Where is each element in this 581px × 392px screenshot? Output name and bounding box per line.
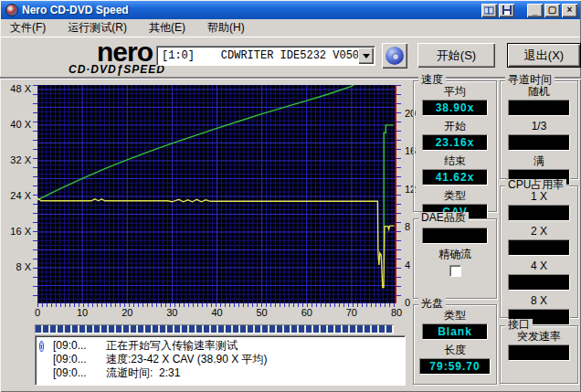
cpu-group-title: CPU占用率 (505, 179, 566, 191)
window-title: Nero CD-DVD Speed (22, 4, 480, 16)
disc-group-title: 光盘 (418, 298, 446, 310)
dae-group-title: DAE品质 (418, 212, 469, 224)
status-log: i [09:0... 正在开始写入传输速率测试 [09:0... 速度:23-4… (35, 335, 406, 386)
menu-run-test[interactable]: 运行测试(R) (66, 19, 129, 37)
log-message: 正在开始写入传输速率测试 (106, 339, 401, 353)
drive-selector[interactable]: [1:0] CDWRITER IDE5232 V050W (156, 46, 375, 66)
menu-file[interactable]: 文件(F) (8, 19, 48, 37)
nero-logo: nero CD·DVDƒSPEED (26, 38, 165, 75)
x-tick-label: 20 (116, 307, 138, 318)
end-speed-value: 41.62x (422, 169, 488, 185)
right-axis-ticks (396, 85, 401, 303)
x-tick-label: 60 (296, 307, 318, 318)
speed-group-title: 速度 (418, 74, 446, 86)
maximize-icon: ▢ (548, 5, 556, 15)
menu-extra[interactable]: 其他(E) (147, 19, 187, 37)
end-speed-label: 结束 (414, 154, 496, 168)
average-speed-value: 38.90x (422, 100, 488, 116)
log-line: [09:0... 流逝时间: 2:31 (39, 366, 401, 380)
log-line: i [09:0... 正在开始写入传输速率测试 (39, 339, 401, 353)
exit-button[interactable]: 退出(X) (507, 43, 581, 68)
x-tick-label: 30 (161, 307, 183, 318)
floppy-icon (502, 5, 512, 15)
disc-type-label: 类型 (414, 309, 496, 323)
burst-rate-label: 突发速率 (501, 330, 577, 344)
test-progress-bar (35, 324, 394, 334)
y-left-tick-label: 40 X (2, 119, 31, 130)
nero-logo-text: nero (26, 38, 165, 66)
seek-full-label: 满 (501, 154, 577, 168)
speed-group: 速度 平均 38.90x 开始 23.16x 结束 41.62x 类型 CAV (413, 80, 497, 212)
y-right-tick-label: 8 (405, 221, 410, 232)
drive-selector-dropdown-button[interactable] (358, 48, 374, 64)
close-button[interactable]: × (562, 4, 577, 17)
log-line: [09:0... 速度:23-42 X CAV (38.90 X 平均) (39, 353, 401, 366)
start-speed-label: 开始 (414, 120, 496, 133)
title-bar[interactable]: Nero CD-DVD Speed _ ▢ × (1, 1, 580, 19)
log-message: 速度:23-42 X CAV (38.90 X 平均) (106, 353, 401, 366)
cpu-2x-label: 2 X (501, 225, 577, 238)
view-results-button[interactable] (481, 4, 497, 17)
info-icon: i (39, 341, 44, 352)
x-tick-label: 0 (26, 307, 48, 318)
log-timestamp: [09:0... (53, 339, 106, 353)
seek-third-label: 1/3 (501, 120, 577, 133)
burst-rate-value (508, 344, 570, 361)
log-timestamp: [09:0... (53, 353, 106, 366)
disc-info-button[interactable] (382, 43, 407, 69)
drive-selector-value: [1:0] CDWRITER IDE5232 V050W (157, 49, 358, 62)
interface-group-title: 接口 (505, 319, 533, 331)
x-tick-label: 50 (251, 307, 273, 318)
accurate-stream-checkbox[interactable] (449, 265, 461, 277)
y-left-tick-label: 16 X (2, 226, 31, 237)
dae-quality-value (422, 228, 488, 244)
start-button[interactable]: 开始(S) (417, 43, 495, 68)
seek-random-label: 随机 (501, 85, 577, 99)
dae-quality-group: DAE品质 精确流 (413, 218, 497, 299)
log-timestamp: [09:0... (53, 366, 106, 380)
y-left-tick-label: 24 X (2, 190, 31, 201)
y-right-tick-label: 4 (405, 260, 410, 270)
cpu-1x-label: 1 X (501, 190, 577, 204)
book-icon (484, 6, 494, 15)
save-button[interactable] (499, 4, 514, 17)
y-left-tick-label: 48 X (2, 83, 31, 94)
minimize-icon: _ (533, 6, 538, 16)
speed-type-label: 类型 (414, 189, 496, 203)
chevron-down-icon (363, 54, 370, 62)
seek-time-group: 寻道时间 随机 1/3 满 (500, 80, 578, 179)
maximize-button[interactable]: ▢ (544, 4, 560, 17)
y-left-tick-label: 32 X (2, 154, 31, 165)
y-left-tick-label: 8 X (2, 261, 31, 272)
disc-length-label: 长度 (414, 344, 496, 357)
average-speed-label: 平均 (414, 85, 496, 99)
disc-length-value: 79:59.70 (419, 358, 491, 375)
x-tick-label: 70 (341, 307, 363, 318)
interface-group: 接口 突发速率 (500, 325, 578, 384)
cpu-2x-value (508, 239, 570, 256)
start-speed-value: 23.16x (422, 134, 488, 151)
cpu-4x-value (508, 274, 570, 291)
log-message: 流逝时间: 2:31 (106, 366, 401, 380)
toolbar-separator (0, 77, 581, 79)
speed-chart (37, 85, 396, 303)
app-icon (5, 4, 18, 16)
x-tick-label: 80 (386, 307, 407, 318)
x-tick-label: 40 (206, 307, 228, 318)
minimize-button[interactable]: _ (527, 4, 543, 17)
accurate-stream-label: 精确流 (414, 248, 496, 261)
x-tick-label: 10 (71, 307, 93, 318)
cd-disc-icon (386, 47, 404, 65)
cpu-usage-group: CPU占用率 1 X 2 X 4 X 8 X (500, 185, 578, 318)
app-window: Nero CD-DVD Speed _ ▢ × 文件(F) 运行测试(R) 其他… (0, 0, 581, 392)
close-icon: × (567, 5, 573, 15)
toolbar: nero CD·DVDƒSPEED [1:0] CDWRITER IDE5232… (1, 38, 580, 77)
disc-group: 光盘 类型 Blank 长度 79:59.70 (413, 304, 497, 385)
disc-type-value: Blank (422, 323, 488, 340)
seek-group-title: 寻道时间 (505, 74, 555, 86)
menu-bar: 文件(F) 运行测试(R) 其他(E) 帮助(H) (1, 19, 580, 37)
cpu-8x-label: 8 X (501, 294, 577, 308)
seek-random-value (508, 100, 570, 116)
cd-dvd-speed-logo-text: CD·DVDƒSPEED (26, 64, 165, 75)
menu-help[interactable]: 帮助(H) (206, 19, 247, 37)
